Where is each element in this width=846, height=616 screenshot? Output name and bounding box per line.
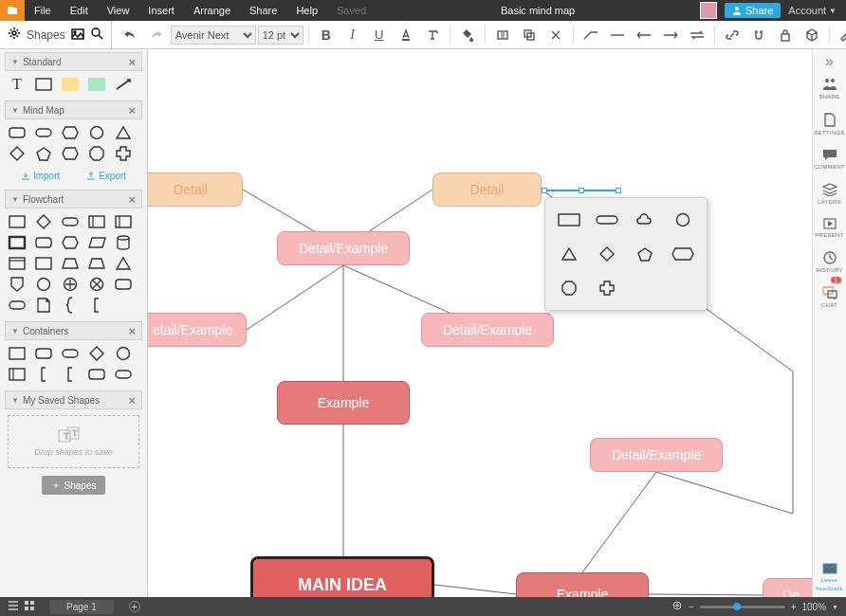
font-family-select[interactable]: Avenir Next [171,26,256,45]
shape-trapezoid[interactable] [61,256,80,271]
node-detex4[interactable]: Detail/Example [590,438,723,472]
popup-shape-pill[interactable] [593,208,621,232]
shape-trapezoid[interactable] [87,256,106,271]
popup-shape-diamond[interactable] [593,242,621,266]
shape-rect[interactable] [34,77,53,92]
popup-shape-octagon[interactable] [555,276,583,300]
underline-button[interactable]: U [367,23,392,47]
shape-roundrect[interactable] [114,277,133,292]
menu-share[interactable]: Share [240,5,286,16]
add-page-button[interactable]: + [129,601,140,612]
shape-diamond[interactable] [87,346,106,361]
shape-bracket[interactable] [34,367,53,382]
shape-hex[interactable] [61,146,80,161]
shape-octagon[interactable] [87,146,106,161]
bold-button[interactable]: B [314,23,339,47]
feedback-button[interactable]: Leave Feedback [813,555,847,597]
shape-shield[interactable] [8,277,27,292]
shape-hex[interactable] [61,235,80,250]
arrow-end-button[interactable] [658,23,683,47]
shape-circle[interactable] [34,277,53,292]
shape-triangle[interactable] [114,125,133,140]
panel-flowchart-header[interactable]: ▼Flowchart× [5,190,142,208]
popup-shape-triangle[interactable] [555,242,583,266]
shape-rect-fill-y[interactable] [61,77,80,92]
panel-containers-header[interactable]: ▼Containers× [5,321,142,340]
font-size-select[interactable]: 12 pt [258,26,303,45]
shape-roundrect[interactable] [8,125,27,140]
node-det5[interactable]: De [763,578,812,597]
shape-rect-top[interactable] [8,256,27,271]
shape-cylinder[interactable] [114,235,133,250]
app-logo[interactable] [0,0,25,21]
shape-parallelogram[interactable] [87,235,106,250]
rs-comment[interactable]: COMMENT [813,141,847,175]
shape-pill[interactable] [61,214,80,229]
shape-diamond[interactable] [8,146,27,161]
shape-circle-x[interactable] [87,277,106,292]
popup-shape-cloud[interactable] [631,208,659,232]
menu-arrange[interactable]: Arrange [184,5,240,16]
search-icon[interactable] [90,27,103,44]
add-shapes-button[interactable]: ＋Shapes [42,476,106,495]
rs-history[interactable]: HISTORY [813,244,847,279]
shape-rect[interactable] [34,256,53,271]
line-style-button[interactable] [579,23,603,47]
shape-rect[interactable] [8,214,27,229]
user-avatar[interactable] [700,2,717,19]
close-icon[interactable]: × [128,324,136,338]
zoom-slider[interactable] [700,606,785,608]
clear-format-button[interactable] [420,23,445,47]
image-icon[interactable] [71,27,84,44]
node-detail2[interactable]: Detail [432,172,542,207]
node-main[interactable]: MAIN IDEA [250,556,434,597]
menu-edit[interactable]: Edit [61,5,98,16]
shape-triangle[interactable] [114,256,133,271]
popup-shape-cross[interactable] [593,276,621,300]
node-example1[interactable]: Example [277,381,410,425]
menu-insert[interactable]: Insert [138,5,184,16]
shape-rect-thick[interactable] [8,235,27,250]
swap-ends-button[interactable] [685,23,709,47]
redo-button[interactable] [144,23,169,47]
align-button[interactable] [490,23,515,47]
italic-button[interactable]: I [340,23,365,47]
rs-chat[interactable]: CHAT1 [813,279,847,314]
shape-pill[interactable] [114,367,133,382]
menu-file[interactable]: File [25,5,61,16]
share-button[interactable]: Share [725,3,781,18]
zoom-in-button[interactable]: + [791,602,797,612]
shape-circle[interactable] [114,346,133,361]
node-detex3[interactable]: Detail/Example [421,313,554,347]
menu-view[interactable]: View [98,5,139,16]
popup-shape-circle[interactable] [669,208,697,232]
zoom-level[interactable]: 100% [801,602,826,612]
outline-view-icon[interactable] [8,601,19,612]
shape-pentagon[interactable] [34,146,53,161]
shape-pill[interactable] [34,125,53,140]
shape-roundrect[interactable] [34,235,53,250]
shape-hex[interactable] [61,125,80,140]
shape-rect[interactable] [8,346,27,361]
undo-button[interactable] [118,23,142,47]
close-icon[interactable]: × [128,55,136,69]
shape-note[interactable] [34,298,53,313]
popup-shape-rect[interactable] [555,208,583,232]
shape-bracket[interactable] [87,298,106,313]
selection-handle[interactable] [544,190,618,191]
shape-roundrect[interactable] [87,367,106,382]
popup-shape-pentagon[interactable] [631,242,659,266]
wrench-button[interactable] [835,23,846,47]
shape-roundrect[interactable] [34,346,53,361]
fill-color-button[interactable] [455,23,480,47]
close-icon[interactable]: × [128,393,136,408]
grid-view-icon[interactable] [25,601,34,612]
canvas[interactable]: DetailDetailDetail/Exampleetail/ExampleD… [148,49,812,597]
lock-button[interactable] [773,23,798,47]
zoom-out-button[interactable]: − [689,602,694,612]
node-detex2[interactable]: etail/Example [148,313,247,347]
shape-circle-plus[interactable] [61,277,80,292]
saved-shapes-dropzone[interactable]: TT Drop shapes to save [8,415,139,468]
node-example2[interactable]: Example [516,572,649,597]
rs-present[interactable]: PRESENT [813,210,847,244]
